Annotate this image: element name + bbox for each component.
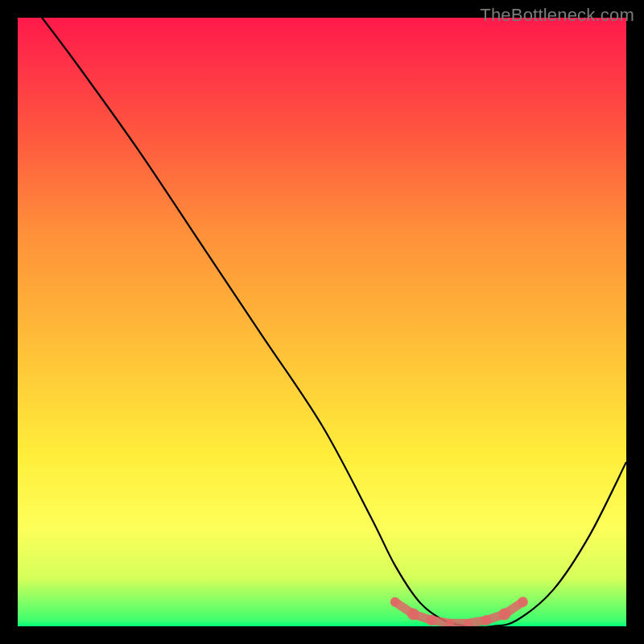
plot-area bbox=[18, 18, 626, 626]
optimal-zone-dot bbox=[481, 615, 492, 625]
optimal-zone-dot bbox=[390, 597, 400, 607]
watermark-text: TheBottleneck.com bbox=[480, 5, 634, 26]
chart-container: TheBottleneck.com bbox=[0, 0, 644, 644]
bottleneck-curve bbox=[18, 18, 626, 626]
optimal-zone-dot bbox=[407, 608, 419, 620]
optimal-zone-dot bbox=[518, 597, 528, 607]
curve-layer bbox=[18, 18, 626, 626]
optimal-zone-dot bbox=[498, 608, 510, 620]
optimal-zone-dot bbox=[426, 615, 437, 626]
